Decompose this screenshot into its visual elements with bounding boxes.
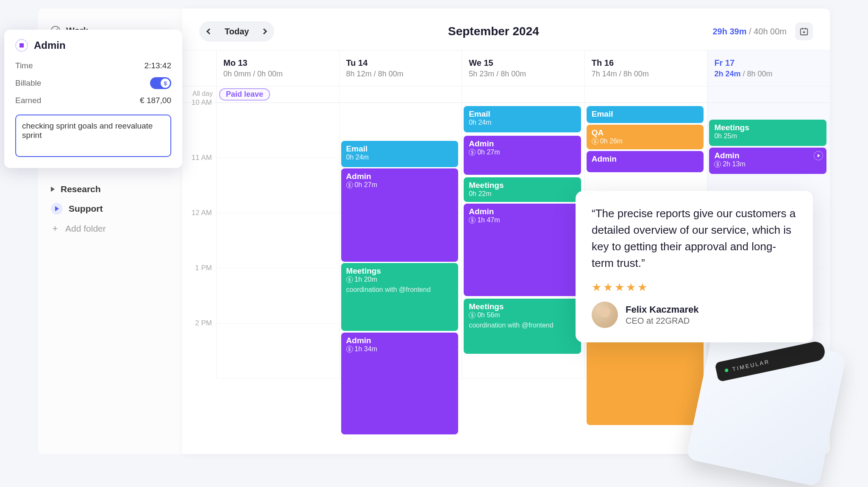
day-label: Mo 13 xyxy=(223,58,332,68)
day-hours: 8h 12m / 8h 00m xyxy=(346,70,455,78)
prev-button[interactable] xyxy=(201,23,218,40)
time-label: 1 PM xyxy=(182,264,216,319)
event-block[interactable]: Meetings$1h 20mcoordination with @fronte… xyxy=(341,263,459,331)
event-duration: $0h 27m xyxy=(469,148,576,156)
event-note: coordination with @frontend xyxy=(469,322,576,329)
day-hours: 5h 23m / 8h 00m xyxy=(469,70,578,78)
day-label: We 15 xyxy=(469,58,578,68)
popup-earned-row: Earned € 187,00 xyxy=(15,92,171,109)
activity-popup: Admin Time 2:13:42 Billable $ Earned € 1… xyxy=(4,30,182,168)
event-title: Email xyxy=(346,144,453,154)
allday-cell-th[interactable] xyxy=(584,87,707,102)
popup-earned-label: Earned xyxy=(15,96,41,105)
event-title: Meetings xyxy=(714,123,821,132)
day-column-mo[interactable] xyxy=(216,103,339,378)
day-header[interactable]: Th 167h 14m / 8h 00m xyxy=(584,50,707,86)
testimonial-person: Felix Kaczmarek CEO at 22GRAD xyxy=(592,302,797,328)
dollar-icon: $ xyxy=(469,217,476,224)
day-column-we[interactable]: Email0h 24mAdmin$0h 27mMeetings0h 22mAdm… xyxy=(462,103,584,378)
event-duration: $0h 56m xyxy=(469,311,576,319)
paid-leave-badge[interactable]: Paid leave xyxy=(219,88,270,101)
sidebar-item-research[interactable]: Research xyxy=(38,180,182,199)
event-title: Admin xyxy=(346,336,453,345)
popup-billable-row: Billable $ xyxy=(15,74,171,92)
event-duration: $0h 26m xyxy=(592,137,699,145)
event-block[interactable]: Email xyxy=(587,106,704,123)
event-duration: 0h 22m xyxy=(469,190,576,198)
event-block[interactable]: Meetings0h 25m xyxy=(709,120,826,146)
testimonial-card: “The precise reports give our customers … xyxy=(576,191,813,342)
event-note: coordination with @frontend xyxy=(346,286,453,294)
note-input[interactable] xyxy=(15,115,171,157)
dollar-icon: $ xyxy=(714,161,721,168)
next-button[interactable] xyxy=(256,23,273,40)
event-title: Meetings xyxy=(469,302,576,311)
date-nav-group: Today xyxy=(199,21,274,42)
allday-cell-fr[interactable] xyxy=(707,87,830,102)
event-title: Admin xyxy=(469,207,576,216)
dollar-icon: $ xyxy=(346,182,353,188)
time-label: 2 PM xyxy=(182,319,216,374)
time-label: 10 AM xyxy=(182,98,216,154)
event-block[interactable]: Email0h 24m xyxy=(464,106,581,132)
event-block[interactable]: Admin$0h 27m xyxy=(464,136,581,175)
event-block[interactable]: Email0h 24m xyxy=(341,141,459,167)
star-rating: ★★★★★ xyxy=(592,281,797,294)
time-label: 11 AM xyxy=(182,154,216,209)
plus-icon: + xyxy=(51,223,59,234)
day-label: Th 16 xyxy=(592,58,701,68)
allday-cell-tu[interactable] xyxy=(339,87,462,102)
triangle-right-icon xyxy=(55,206,59,211)
hours-target: 40h 00m xyxy=(754,27,787,36)
event-block[interactable]: Admin$0h 27m xyxy=(341,168,459,262)
day-column-tu[interactable]: Email0h 24mAdmin$0h 27mMeetings$1h 20mco… xyxy=(339,103,462,378)
testimonial-quote: “The precise reports give our customers … xyxy=(592,205,797,271)
dollar-icon: $ xyxy=(161,78,170,88)
event-duration: 0h 25m xyxy=(714,132,821,140)
event-block[interactable]: Admin$1h 47m xyxy=(464,204,581,296)
day-label: Fr 17 xyxy=(714,58,823,68)
day-header[interactable]: Mo 130h 0mm / 0h 00m xyxy=(216,50,339,86)
allday-cell-we[interactable] xyxy=(462,87,584,102)
allday-cell-mo[interactable]: Paid leave xyxy=(216,87,339,102)
day-header[interactable]: Tu 148h 12m / 8h 00m xyxy=(339,50,462,86)
event-title: Meetings xyxy=(469,181,576,190)
person-name: Felix Kaczmarek xyxy=(626,304,698,315)
event-duration: $1h 47m xyxy=(469,216,576,224)
play-icon[interactable] xyxy=(814,151,823,160)
event-block[interactable]: Meetings$0h 56mcoordination with @fronte… xyxy=(464,299,581,354)
day-header[interactable]: Fr 172h 24m / 8h 00m xyxy=(707,50,830,86)
hours-tracked: 29h 39m xyxy=(712,27,746,36)
event-block[interactable]: Meetings0h 22m xyxy=(464,177,581,202)
add-folder-button[interactable]: + Add folder xyxy=(38,219,182,238)
popup-time-row: Time 2:13:42 xyxy=(15,58,171,74)
sidebar-support-label: Support xyxy=(69,204,103,214)
day-header[interactable]: We 155h 23m / 8h 00m xyxy=(462,50,584,86)
sidebar-research-label: Research xyxy=(61,184,101,194)
dollar-icon: $ xyxy=(469,149,476,156)
billable-toggle[interactable]: $ xyxy=(150,77,171,89)
activity-icon xyxy=(15,39,28,52)
popup-time-value: 2:13:42 xyxy=(145,61,171,70)
event-title: Email xyxy=(592,109,699,119)
event-block[interactable]: Admin$1h 34m xyxy=(341,333,459,434)
event-block[interactable]: Admin$2h 13m xyxy=(709,148,826,174)
event-duration: $1h 34m xyxy=(346,345,453,353)
time-gutter: 10 AM11 AM12 AM1 PM2 PM xyxy=(182,103,216,378)
sidebar-item-support[interactable]: Support xyxy=(38,199,182,219)
day-hours: 2h 24m / 8h 00m xyxy=(714,70,823,78)
event-title: Admin xyxy=(469,139,576,148)
event-title: QA xyxy=(592,128,699,137)
event-block[interactable]: Admin xyxy=(587,151,704,172)
event-duration: 0h 24m xyxy=(346,154,453,161)
today-button[interactable]: Today xyxy=(218,27,256,36)
calendar-add-button[interactable] xyxy=(795,22,813,40)
day-hours: 0h 0mm / 0h 00m xyxy=(223,70,332,78)
calendar-plus-icon xyxy=(799,27,809,36)
support-badge-icon xyxy=(51,203,63,215)
triangle-right-icon xyxy=(51,187,55,192)
month-title: September 2024 xyxy=(448,25,539,38)
day-hours: 7h 14m / 8h 00m xyxy=(592,70,701,78)
event-block[interactable]: QA$0h 26m xyxy=(587,125,704,149)
event-duration: 0h 24m xyxy=(469,119,576,126)
